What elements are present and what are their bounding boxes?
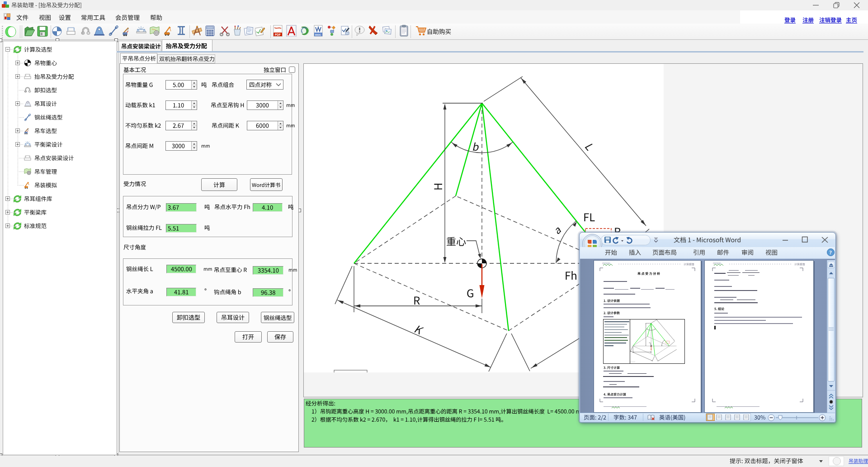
svg-text:?: ? <box>829 249 832 256</box>
svg-text:DOC: DOC <box>315 33 321 36</box>
svg-text:PDF: PDF <box>275 33 281 36</box>
svg-text:OOXXL: OOXXL <box>602 262 611 265</box>
